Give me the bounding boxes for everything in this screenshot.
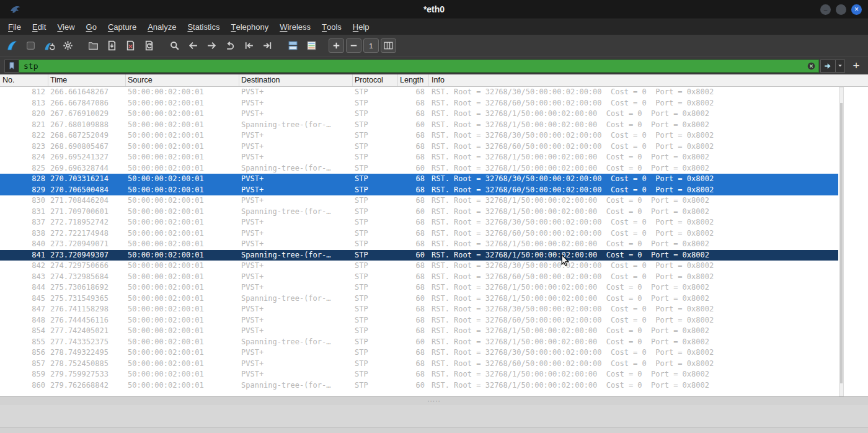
- start-capture-icon[interactable]: [4, 37, 20, 54]
- packet-row-831[interactable]: 831271.70970060150:00:00:02:00:01Spannin…: [0, 207, 838, 218]
- column-header-protocol[interactable]: Protocol: [353, 74, 398, 86]
- reload-file-icon[interactable]: [141, 37, 157, 54]
- packet-row-837[interactable]: 837272.71895274250:00:00:02:00:01PVST+ST…: [0, 217, 838, 228]
- menu-tools[interactable]: Tools: [316, 19, 347, 35]
- menu-edit[interactable]: Edit: [27, 19, 51, 35]
- cell-no: 840: [0, 239, 48, 250]
- minimize-button[interactable]: –: [820, 4, 831, 15]
- auto-scroll-icon[interactable]: [285, 37, 301, 54]
- column-header-time[interactable]: Time: [48, 74, 126, 86]
- cell-length: 68: [398, 109, 429, 120]
- packet-row-855[interactable]: 855277.74335237550:00:00:02:00:01Spannin…: [0, 337, 838, 348]
- zoom-in-icon[interactable]: [329, 38, 344, 53]
- vertical-scrollbar-thumb[interactable]: [840, 103, 843, 383]
- packet-row-841[interactable]: 841273.72094930750:00:00:02:00:01Spannin…: [0, 250, 838, 261]
- go-first-packet-icon[interactable]: [241, 37, 257, 54]
- restart-capture-icon[interactable]: [41, 37, 58, 54]
- menu-help[interactable]: Help: [347, 19, 375, 35]
- pane-splitter[interactable]: ·····: [0, 396, 868, 405]
- cell-destination: PVST+: [239, 304, 353, 315]
- maximize-button[interactable]: [836, 4, 846, 15]
- menu-go[interactable]: Go: [81, 19, 102, 35]
- packet-row-840[interactable]: 840273.72094907150:00:00:02:00:01PVST+ST…: [0, 239, 838, 250]
- packet-row-829[interactable]: 829270.70650048450:00:00:02:00:01PVST+ST…: [0, 185, 838, 196]
- packet-row-860[interactable]: 860279.76266884250:00:00:02:00:01Spannin…: [0, 380, 838, 391]
- close-button[interactable]: ×: [851, 4, 862, 15]
- menu-capture[interactable]: Capture: [102, 19, 142, 35]
- cell-no: 837: [0, 217, 48, 228]
- go-to-packet-icon[interactable]: [222, 37, 239, 54]
- packet-row-847[interactable]: 847276.74115829850:00:00:02:00:01PVST+ST…: [0, 304, 838, 315]
- packet-row-856[interactable]: 856278.74932249550:00:00:02:00:01PVST+ST…: [0, 347, 838, 359]
- packet-row-824[interactable]: 824269.69524132750:00:00:02:00:01PVST+ST…: [0, 152, 838, 163]
- column-header-no[interactable]: No.: [0, 74, 48, 86]
- menu-view[interactable]: View: [51, 19, 80, 35]
- packet-row-859[interactable]: 859279.75992753350:00:00:02:00:01PVST+ST…: [0, 369, 838, 380]
- zoom-out-icon[interactable]: [346, 38, 361, 53]
- column-header-destination[interactable]: Destination: [239, 74, 353, 86]
- packet-row-822[interactable]: 822268.68725204950:00:00:02:00:01PVST+ST…: [0, 130, 838, 141]
- packet-row-828[interactable]: 828270.70331621450:00:00:02:00:01PVST+ST…: [0, 174, 838, 185]
- packet-row-825[interactable]: 825269.69632874450:00:00:02:00:01Spannin…: [0, 163, 838, 174]
- toolbar-separator: [159, 37, 164, 54]
- titlebar[interactable]: *eth0 – ×: [0, 0, 868, 19]
- open-file-icon[interactable]: [85, 37, 102, 54]
- packet-row-813[interactable]: 813266.66784708650:00:00:02:00:01PVST+ST…: [0, 98, 838, 109]
- packet-row-823[interactable]: 823268.69080546750:00:00:02:00:01PVST+ST…: [0, 141, 838, 153]
- zoom-original-icon[interactable]: 1: [363, 38, 379, 53]
- menu-telephony[interactable]: Telephony: [225, 19, 274, 35]
- cell-source: 50:00:00:02:00:01: [126, 326, 239, 337]
- find-packet-icon[interactable]: [166, 37, 183, 54]
- packet-row-843[interactable]: 843274.73298568450:00:00:02:00:01PVST+ST…: [0, 272, 838, 283]
- cell-no: 829: [0, 185, 48, 196]
- save-file-icon[interactable]: [104, 37, 120, 54]
- cell-source: 50:00:00:02:00:01: [126, 207, 239, 218]
- go-last-packet-icon[interactable]: [259, 37, 276, 54]
- cell-info: RST. Root = 32768/1/50:00:00:02:00:00 Co…: [429, 239, 838, 250]
- packet-row-848[interactable]: 848276.74445611650:00:00:02:00:01PVST+ST…: [0, 315, 838, 326]
- packet-row-844[interactable]: 844275.73061869250:00:00:02:00:01PVST+ST…: [0, 282, 838, 293]
- cell-protocol: STP: [353, 326, 398, 337]
- packet-row-830[interactable]: 830271.70844620450:00:00:02:00:01PVST+ST…: [0, 195, 838, 207]
- cell-destination: PVST+: [239, 109, 353, 120]
- packet-row-854[interactable]: 854277.74240502150:00:00:02:00:01PVST+ST…: [0, 326, 838, 337]
- packet-row-857[interactable]: 857278.75245088550:00:00:02:00:01PVST+ST…: [0, 359, 838, 370]
- menu-wireless[interactable]: Wireless: [274, 19, 316, 35]
- toolbar-separator: [278, 37, 283, 54]
- packet-row-812[interactable]: 812266.66164826750:00:00:02:00:01PVST+ST…: [0, 87, 838, 98]
- stop-capture-icon[interactable]: [22, 37, 39, 54]
- column-header-info[interactable]: Info: [429, 74, 868, 86]
- capture-options-icon[interactable]: [60, 37, 76, 54]
- clear-filter-icon[interactable]: [807, 61, 816, 71]
- colorize-packets-icon[interactable]: [303, 37, 320, 54]
- cell-info: RST. Root = 32768/1/50:00:00:02:00:00 Co…: [429, 369, 838, 380]
- go-forward-icon[interactable]: [203, 37, 220, 54]
- menu-analyze[interactable]: Analyze: [142, 19, 182, 35]
- packet-row-838[interactable]: 838272.72217494850:00:00:02:00:01PVST+ST…: [0, 228, 838, 239]
- add-filter-button[interactable]: +: [849, 58, 864, 73]
- packet-row-842[interactable]: 842274.72975066650:00:00:02:00:01PVST+ST…: [0, 261, 838, 272]
- filter-bookmark-icon[interactable]: [4, 60, 19, 73]
- column-header-length[interactable]: Length: [398, 74, 429, 86]
- cell-time: 269.695241327: [48, 152, 126, 163]
- packet-row-821[interactable]: 821267.68010988850:00:00:02:00:01Spannin…: [0, 120, 838, 131]
- filter-input[interactable]: stp: [19, 60, 819, 73]
- cell-time: 273.720949307: [48, 250, 126, 261]
- vertical-scrollbar[interactable]: [839, 87, 844, 396]
- filter-history-chevron-down-icon[interactable]: [836, 60, 845, 73]
- menu-statistics[interactable]: Statistics: [182, 19, 225, 35]
- cell-time: 276.741158298: [48, 304, 126, 315]
- menu-file[interactable]: File: [2, 19, 27, 35]
- cell-no: 842: [0, 261, 48, 272]
- apply-filter-icon[interactable]: [820, 60, 836, 73]
- resize-columns-icon[interactable]: [381, 38, 396, 53]
- cell-time: 279.762668842: [48, 380, 126, 391]
- packet-row-845[interactable]: 845275.73154936550:00:00:02:00:01Spannin…: [0, 293, 838, 305]
- column-header-source[interactable]: Source: [126, 74, 239, 86]
- go-back-icon[interactable]: [185, 37, 202, 54]
- close-file-icon[interactable]: [122, 37, 139, 54]
- cell-destination: PVST+: [239, 152, 353, 163]
- packet-row-820[interactable]: 820267.67691002950:00:00:02:00:01PVST+ST…: [0, 109, 838, 120]
- cell-destination: PVST+: [239, 272, 353, 283]
- cell-source: 50:00:00:02:00:01: [126, 272, 239, 283]
